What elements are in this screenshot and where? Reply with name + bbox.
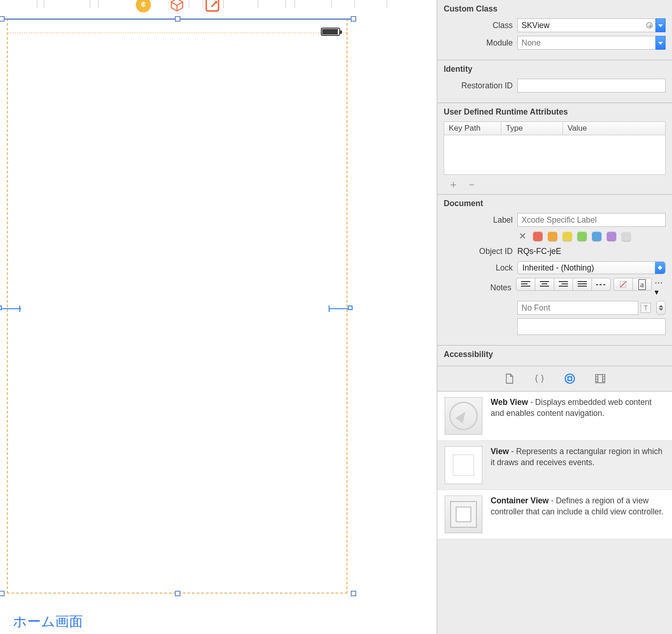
tab-bar-item-title: ホーム画面 [13,612,83,631]
color-swatch[interactable] [607,231,616,241]
media-library-tab[interactable] [594,373,606,385]
class-suggestions-icon[interactable] [646,22,653,29]
svg-rect-16 [568,377,572,380]
leading-constraint-guide[interactable] [0,308,21,309]
status-bar [8,19,347,33]
svg-line-14 [620,282,626,288]
library-item-text: View - Represents a rectangular region i… [491,446,665,484]
clear-color-button[interactable]: ✕ [517,231,528,242]
object-library-list[interactable]: Web View - Displays embedded web content… [437,391,672,539]
leading-constraint-handle[interactable] [0,305,2,310]
module-dropdown[interactable] [655,36,666,50]
value-column[interactable]: Value [563,122,665,135]
keypath-column[interactable]: Key Path [444,122,501,135]
runtime-attributes-section: User Defined Runtime Attributes Key Path… [437,103,672,194]
add-attribute-button[interactable]: ＋ [448,178,458,191]
view-thumb [445,446,482,484]
custom-class-section: Custom Class Class Module [437,0,672,60]
align-right-button[interactable] [554,278,573,291]
web-view-thumb [445,397,482,435]
label-label: Label [444,215,513,225]
section-header: Accessibility [444,350,666,359]
section-header: Document [444,199,666,208]
module-field[interactable] [517,36,656,50]
trailing-constraint-guide[interactable] [329,308,351,309]
remove-attribute-button[interactable]: － [467,178,477,191]
svg-point-15 [565,374,574,383]
file-template-tab[interactable] [503,373,515,385]
library-item-web-view[interactable]: Web View - Displays embedded web content… [437,392,672,441]
library-item-text: Container View - Defines a region of a v… [491,496,665,533]
scene-kit-icon[interactable] [169,0,185,12]
embed-icon[interactable] [205,0,220,12]
font-size-stepper[interactable] [656,301,666,315]
restoration-id-field[interactable] [517,79,666,92]
color-swatch[interactable] [562,231,572,241]
color-swatch[interactable] [621,231,631,241]
align-justify-button[interactable] [573,278,592,291]
battery-icon [321,28,340,36]
library-tab-bar [437,366,672,391]
restoration-id-label: Restoration ID [444,81,513,91]
section-header: User Defined Runtime Attributes [444,107,666,117]
container-view-thumb [445,496,482,533]
align-left-button[interactable] [516,278,535,291]
type-column[interactable]: Type [501,122,563,135]
identity-section: Identity Restoration ID [437,60,672,103]
library-item-text: Web View - Displays embedded web content… [491,397,665,435]
runtime-attributes-table[interactable]: Key Path Type Value [444,121,666,175]
document-label-field[interactable] [517,213,666,227]
text-style-button[interactable]: a [632,278,652,291]
object-id-value: RQs-FC-jeE [517,245,666,258]
code-snippet-tab[interactable] [533,373,545,385]
object-library-tab[interactable] [564,373,576,385]
interface-builder-canvas[interactable]: ¢ [0,0,437,634]
compass-icon [449,402,478,430]
object-id-label: Object ID [444,247,513,256]
color-swatch[interactable] [577,231,587,241]
notes-overflow-button[interactable]: ⋯▾ [655,278,666,297]
label-color-swatches: ✕ [517,231,631,242]
notes-alignment-segment: --- [516,278,611,297]
color-swatch[interactable] [592,231,602,241]
view-controller-frame[interactable] [7,18,348,594]
lock-label: Lock [444,263,513,273]
color-swatch[interactable] [533,231,543,241]
accessibility-section: Accessibility [437,345,672,366]
lock-popup-value: Inherited - (Nothing) [522,263,594,273]
font-field[interactable] [517,301,638,315]
notes-label: Notes [444,283,511,293]
coin-icon[interactable]: ¢ [136,0,151,12]
class-label: Class [444,21,513,30]
trailing-constraint-handle[interactable] [348,305,353,310]
identity-inspector: Custom Class Class Module Identity Resto… [437,0,672,634]
font-picker-icon[interactable]: T [641,303,651,313]
align-natural-button[interactable]: --- [591,278,611,291]
color-swatch[interactable] [548,231,557,241]
align-center-button[interactable] [535,278,554,291]
library-item-view[interactable]: View - Represents a rectangular region i… [437,441,672,490]
section-header: Identity [444,64,666,74]
module-label: Module [444,38,513,48]
library-item-container-view[interactable]: Container View - Defines a region of a v… [437,490,672,539]
text-color-none-button[interactable] [614,278,633,291]
section-header: Custom Class [444,4,666,14]
class-dropdown[interactable] [655,18,666,32]
class-field[interactable] [517,18,656,32]
lock-popup[interactable]: Inherited - (Nothing) [517,261,666,274]
notes-text-field[interactable] [517,318,666,335]
document-section: Document Label ✕ [437,194,672,345]
